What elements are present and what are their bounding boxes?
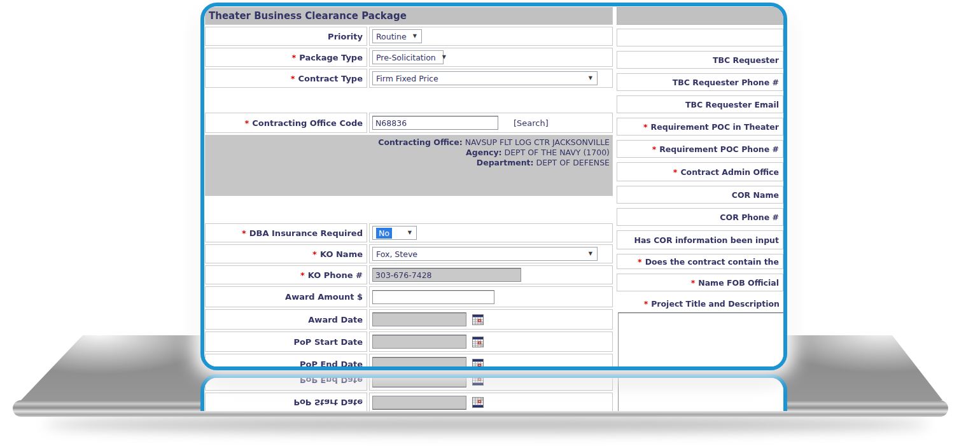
has-cor-row: Has COR information been input [617, 230, 787, 249]
cor-name-label: COR Name [617, 186, 783, 204]
agency-info-label: Agency: [466, 148, 502, 157]
ko-name-label: * KO Name [205, 244, 367, 263]
contract-type-label: * Contract Type [205, 69, 367, 88]
contracting-office-info-label: Contracting Office: [378, 137, 463, 147]
pop-start-date-row: PoP Start Date [205, 331, 613, 352]
right-header-row [617, 7, 787, 25]
ko-phone-label: * KO Phone # [205, 265, 367, 284]
laptop-base-shadow [45, 417, 929, 431]
required-marker: * [312, 249, 317, 259]
contracting-office-info-row: Contracting Office: NAVSUP FLT LOG CTR J… [205, 135, 613, 196]
award-date-label: Award Date [205, 309, 367, 330]
priority-row: Priority Routine ▼ [205, 27, 613, 46]
does-contract-label-text: Does the contract contain the [645, 257, 779, 267]
required-marker: * [292, 53, 297, 62]
fob-official-label-text: Name FOB Official [698, 278, 779, 288]
award-date-row: Award Date [205, 309, 613, 330]
contract-type-control-cell: Firm Fixed Price ▼ [369, 69, 613, 88]
right-empty-row [617, 29, 787, 46]
contract-type-select-value: Firm Fixed Price [376, 74, 438, 83]
requirement-poc-label-text: Requirement POC in Theater [651, 122, 779, 132]
contract-admin-office-row: * Contract Admin Office [617, 162, 787, 181]
right-form-table: TBC Requester TBC Requester Phone # TBC … [617, 7, 787, 370]
required-marker: * [291, 74, 295, 83]
contracting-office-info: Contracting Office: NAVSUP FLT LOG CTR J… [205, 135, 613, 196]
pop-start-date-label-text: PoP Start Date [293, 337, 363, 347]
does-contract-label: * Does the contract contain the [617, 254, 783, 269]
fob-official-label: * Name FOB Official [617, 274, 783, 291]
ko-phone-input[interactable] [372, 268, 521, 282]
dba-insurance-select[interactable]: No ▼ [372, 226, 417, 240]
cor-phone-row: COR Phone # [617, 208, 787, 226]
department-info-label: Department: [477, 158, 534, 167]
agency-info-value: DEPT OF THE NAVY (1700) [505, 148, 610, 157]
required-marker: * [300, 270, 305, 280]
pop-start-date-input[interactable] [372, 335, 466, 349]
required-marker: * [242, 228, 246, 238]
tbc-requester-label: TBC Requester [617, 51, 783, 69]
tbc-requester-phone-label-text: TBC Requester Phone # [673, 78, 779, 87]
contracting-office-code-input[interactable] [372, 116, 498, 130]
contracting-office-code-control-cell: [Search] [369, 113, 613, 133]
contracting-office-line: Contracting Office: NAVSUP FLT LOG CTR J… [378, 137, 610, 148]
pop-end-date-label-text: PoP End Date [300, 359, 363, 369]
pop-end-date-label: PoP End Date [205, 354, 367, 370]
award-date-label-text: Award Date [308, 315, 363, 324]
calendar-icon[interactable] [472, 359, 484, 370]
dba-insurance-row: * DBA Insurance Required No ▼ [205, 223, 613, 242]
required-marker: * [244, 118, 249, 128]
ko-name-select-value: Fox, Steve [376, 249, 417, 259]
right-table-header [617, 7, 785, 25]
contracting-office-code-row: * Contracting Office Code [Search] [205, 113, 613, 133]
priority-label: Priority [205, 27, 367, 46]
package-type-label: * Package Type [205, 48, 367, 67]
cor-phone-label-text: COR Phone # [720, 213, 779, 222]
dropdown-arrow-icon: ▼ [436, 55, 446, 60]
fob-official-row: * Name FOB Official [617, 274, 787, 291]
contracting-office-code-label-text: Contracting Office Code [252, 118, 363, 128]
ko-name-select[interactable]: Fox, Steve ▼ [372, 247, 598, 261]
project-title-label-text: Project Title and Description [651, 299, 780, 309]
dropdown-arrow-icon: ▼ [407, 34, 417, 39]
award-amount-row: Award Amount $ [205, 286, 613, 307]
required-marker: * [638, 257, 642, 267]
cor-name-row: COR Name [617, 186, 787, 204]
search-link[interactable]: [Search] [514, 118, 549, 128]
required-marker: * [643, 122, 648, 132]
department-info-value: DEPT OF DEFENSE [536, 158, 610, 167]
has-cor-label: Has COR information been input [617, 230, 783, 249]
package-type-select[interactable]: Pre-Solicitation ▼ [372, 50, 444, 64]
priority-label-text: Priority [328, 32, 363, 41]
ko-name-row: * KO Name Fox, Steve ▼ [205, 244, 613, 263]
contract-admin-office-label-text: Contract Admin Office [680, 167, 779, 177]
does-contract-row: * Does the contract contain the [617, 254, 787, 269]
pop-start-date-control-cell [369, 331, 613, 352]
pop-start-date-label: PoP Start Date [205, 331, 367, 352]
contract-type-select[interactable]: Firm Fixed Price ▼ [372, 71, 598, 85]
priority-select[interactable]: Routine ▼ [372, 29, 422, 43]
ko-name-control-cell: Fox, Steve ▼ [369, 244, 613, 263]
contracting-office-code-label: * Contracting Office Code [205, 113, 367, 133]
title-row: Theater Business Clearance Package [205, 7, 613, 25]
project-title-textarea[interactable] [618, 312, 787, 370]
dba-insurance-label-text: DBA Insurance Required [249, 228, 363, 238]
tbc-requester-phone-row: TBC Requester Phone # [617, 73, 787, 91]
project-title-label: * Project Title and Description [617, 296, 783, 311]
requirement-poc-phone-label-text: Requirement POC Phone # [659, 144, 779, 154]
pop-end-date-input[interactable] [372, 357, 466, 370]
calendar-icon[interactable] [472, 314, 484, 325]
empty-cell [617, 29, 783, 46]
dba-insurance-select-value: No [376, 228, 392, 239]
award-date-input[interactable] [372, 312, 466, 326]
award-date-control-cell [369, 309, 613, 330]
has-cor-label-text: Has COR information been input [634, 235, 779, 245]
dropdown-arrow-icon: ▼ [402, 230, 412, 235]
laptop-base-front-edge [13, 400, 948, 417]
calendar-icon[interactable] [472, 337, 484, 347]
ko-phone-row: * KO Phone # [205, 265, 613, 284]
tbc-requester-label-text: TBC Requester [713, 55, 779, 65]
contract-type-label-text: Contract Type [298, 74, 363, 83]
ko-phone-control-cell [369, 265, 613, 284]
tbc-requester-phone-label: TBC Requester Phone # [617, 73, 783, 91]
award-amount-input[interactable] [372, 290, 494, 304]
